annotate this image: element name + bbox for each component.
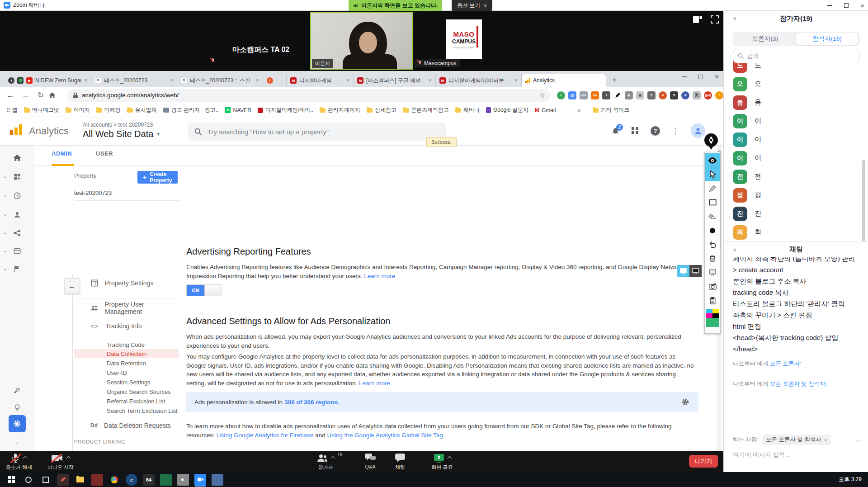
cursor-extension-icon[interactable]: ➤ (681, 91, 689, 99)
back-icon[interactable]: ← (3, 91, 18, 100)
submenu-data-retention[interactable]: Data Retention (107, 360, 146, 367)
chat-input[interactable]: 여기에 메시지 입력... (733, 451, 790, 459)
fullscreen-icon[interactable] (711, 15, 719, 24)
apps-shortcut[interactable]: ⠿앱 (6, 106, 18, 114)
learn-more-link[interactable]: Learn more (359, 380, 390, 387)
chat-more-button[interactable]: ... (855, 435, 862, 443)
participant-row[interactable]: 오오 (733, 75, 859, 93)
leave-button[interactable]: 나가기 (689, 455, 718, 468)
nav-conversions-icon[interactable]: ▸ (0, 261, 34, 277)
taskbar-app-red[interactable] (91, 474, 103, 486)
ga-search[interactable]: Try searching “How to set up a property” (188, 123, 446, 141)
nav-admin-gear-icon[interactable] (9, 415, 26, 432)
taskbar-app-blue[interactable] (212, 474, 223, 486)
bookmark-star-icon[interactable]: ☆ (539, 91, 545, 99)
home-icon[interactable] (48, 91, 64, 99)
participant-search[interactable]: 검색 (733, 49, 859, 63)
back-arrow-button[interactable]: ← (64, 278, 80, 294)
eraser-icon[interactable] (705, 209, 720, 223)
submenu-search-term-exclusion[interactable]: Search Term Exclusion List (107, 407, 178, 414)
tab-tistory-1[interactable]: ⠛ 테스트_20200723 × (91, 74, 177, 87)
close-icon[interactable]: × (170, 77, 173, 84)
taskbar-app-explorer[interactable] (74, 474, 86, 486)
bookmark-folder[interactable]: 웨비나 (455, 106, 480, 114)
trash-icon[interactable] (705, 251, 720, 265)
close-icon[interactable]: × (256, 77, 259, 84)
tool-extension-icon[interactable]: Y (647, 91, 656, 99)
recipient-link[interactable]: 모든 토론자 및 참석자: (770, 381, 827, 387)
unmute-button[interactable]: 음소거 해제 (0, 453, 38, 471)
menu-property-settings[interactable]: Property Settings (90, 279, 153, 287)
nav-attribution-icon[interactable] (0, 383, 34, 398)
menu-tracking-info[interactable]: <> Tracking Info (90, 322, 142, 330)
taskbar-app-zoom[interactable] (194, 474, 206, 486)
tab-masocampus-3[interactable]: M 디지털마케팅/데이터분 × (436, 74, 522, 87)
regions-link[interactable]: 306 of 306 regions. (284, 399, 340, 406)
label-extension-icon[interactable]: ◈ (625, 91, 633, 99)
apps-grid-icon[interactable] (632, 127, 639, 134)
view-selector[interactable]: All Web Site Data ▾ (83, 129, 160, 139)
participant-row[interactable]: 이이 (733, 149, 859, 167)
tab-masocampus-1[interactable]: M 디지털마케팅 × (287, 74, 354, 87)
qa-button[interactable]: Q&A (354, 453, 386, 469)
minimize-button[interactable] (827, 5, 832, 6)
whiteboard-option-selected[interactable] (677, 265, 689, 277)
i-extension-icon[interactable]: I (602, 91, 610, 99)
minimize-button[interactable] (682, 76, 687, 77)
chevron-up-icon[interactable] (66, 456, 71, 460)
cortana-search-icon[interactable] (23, 474, 34, 486)
whiteboard-icon[interactable] (705, 265, 720, 279)
bookmark-folder[interactable]: 머니매그넷 (24, 106, 59, 114)
tab-user[interactable]: USER (96, 150, 113, 157)
submenu-session-settings[interactable]: Session Settings (107, 379, 151, 386)
nav-acquisition-icon[interactable]: ▸ (0, 225, 34, 241)
bookmark-forms[interactable]: Google 설문지 (486, 106, 528, 114)
close-button[interactable]: × (860, 2, 864, 9)
recipient-link[interactable]: 모든 토론자: (770, 360, 801, 367)
taskbar-app-64[interactable]: 64 (143, 474, 155, 486)
submenu-tracking-code[interactable]: Tracking Code (107, 341, 145, 348)
code-extension-icon[interactable]: </> (580, 91, 588, 99)
participant-row[interactable]: 음음 (733, 93, 859, 112)
clipboard-icon[interactable] (705, 293, 720, 307)
nav-realtime-icon[interactable]: ▸ (0, 188, 34, 203)
nav-discover-icon[interactable] (0, 400, 34, 415)
taskbar-app-chrome[interactable] (108, 474, 120, 486)
select-cursor-icon[interactable] (705, 167, 720, 181)
profile-avatar-icon[interactable]: 은지 (704, 91, 712, 99)
notifications-bell-icon[interactable]: 2 (611, 126, 620, 135)
breadcrumb[interactable]: All accounts > test-20200723 (83, 122, 153, 128)
mail-extension-icon[interactable]: ✓ (557, 91, 565, 99)
speaker-video-tile[interactable]: 이은지 (310, 12, 413, 70)
participant-row[interactable]: 정정 (733, 186, 859, 204)
new-tab-button[interactable]: + (612, 76, 616, 84)
snapshot-camera-icon[interactable] (705, 279, 720, 293)
close-icon[interactable]: × (346, 77, 349, 84)
nav-audience-icon[interactable]: ▸ (0, 207, 34, 222)
learn-more-link[interactable]: Learn more (364, 273, 395, 279)
recipient-selector[interactable]: 모든 토론자 및 참석자 ∨ (762, 435, 831, 445)
start-button[interactable] (5, 474, 17, 486)
bookmark-link[interactable]: 디지털마케팅/데이.. (258, 106, 313, 114)
tab-attendees[interactable]: 참석자(16) (796, 33, 858, 45)
participants-button[interactable]: 19 참가자 (304, 453, 347, 471)
submenu-user-id[interactable]: User-ID (107, 369, 127, 376)
tab-masocampus-2[interactable]: M [마소캠퍼스] 구글 애널 × (354, 74, 436, 87)
chat-button[interactable]: 채팅 (384, 453, 416, 471)
spotlight-eye-icon[interactable] (705, 153, 720, 167)
tab-admin[interactable]: ADMIN (52, 150, 72, 157)
nav-home-icon[interactable] (0, 150, 34, 165)
submenu-data-collection[interactable]: Data Collection (107, 350, 146, 357)
draw-pen-icon[interactable] (705, 181, 720, 195)
annotation-pin-icon[interactable] (703, 133, 719, 150)
bookmark-folder[interactable]: 마케팅 (96, 106, 121, 114)
submenu-referral-exclusion[interactable]: Referral Exclusion List (107, 398, 165, 405)
close-button[interactable]: × (715, 73, 719, 81)
tab-youtube[interactable]: i ▶ N DEW Zero Sugar, × (5, 74, 91, 87)
bookmarks-overflow[interactable]: » (577, 107, 580, 113)
ux-extension-icon[interactable]: ux (591, 91, 599, 99)
tab-panelists[interactable]: 토론자(3) (734, 33, 796, 45)
taskbar-app-edge[interactable]: e (126, 474, 137, 486)
reload-icon[interactable]: ↻ (33, 90, 48, 100)
address-bar[interactable]: analytics.google.com/analytics/web/ ☆ (67, 89, 551, 102)
